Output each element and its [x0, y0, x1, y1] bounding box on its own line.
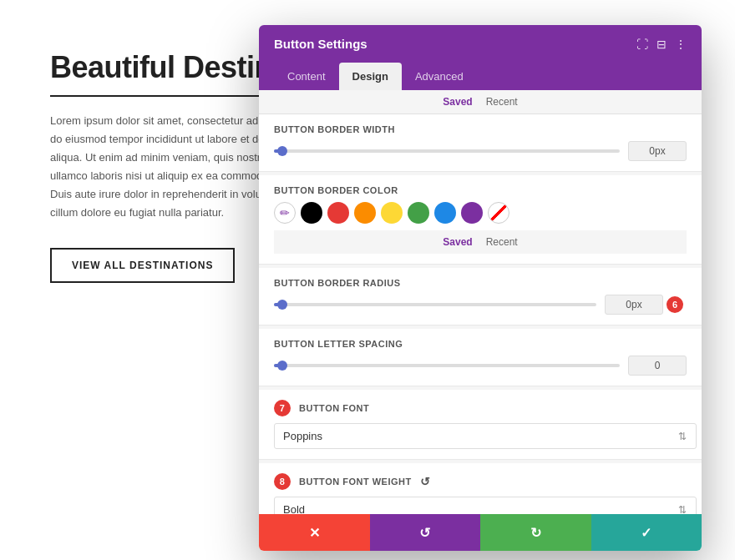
badge-8: 8: [274, 473, 291, 490]
saved-recent-bar: Saved Recent: [259, 90, 702, 114]
letter-spacing-value[interactable]: 0: [628, 356, 687, 376]
fullscreen-icon[interactable]: ⛶: [636, 38, 648, 51]
saved-tab[interactable]: Saved: [443, 96, 472, 108]
border-radius-label: Button Border Radius: [274, 278, 687, 288]
color-saved-recent: Saved Recent: [274, 230, 687, 254]
font-weight-label: 8 Button Font Weight ↺: [274, 473, 687, 490]
badge-6: 6: [667, 296, 683, 313]
letter-spacing-label: Button Letter Spacing: [274, 339, 687, 349]
letter-spacing-slider-row: 0: [274, 356, 687, 376]
redo-button[interactable]: ↻: [480, 514, 591, 551]
swatch-orange[interactable]: [354, 202, 376, 224]
border-width-track[interactable]: [274, 149, 620, 153]
font-weight-select-row: Bold Normal Light Semi-Bold ⇅: [274, 497, 687, 514]
border-radius-section: Button Border Radius 0px 6: [259, 268, 702, 325]
recent-tab[interactable]: Recent: [486, 96, 518, 108]
border-radius-thumb[interactable]: [277, 300, 287, 310]
modal-tabs: Content Design Advanced: [259, 63, 702, 90]
modal-header-icons: ⛶ ⊟ ⋮: [636, 38, 687, 51]
swatch-blue[interactable]: [434, 202, 456, 224]
font-select[interactable]: Poppins Roboto Open Sans: [274, 423, 697, 449]
swatch-purple[interactable]: [461, 202, 483, 224]
font-weight-section: 8 Button Font Weight ↺ Bold Normal Light…: [259, 463, 702, 514]
color-recent-tab[interactable]: Recent: [486, 236, 518, 248]
view-all-button[interactable]: VIEW ALL DESTINATIONS: [50, 248, 235, 283]
letter-spacing-section: Button Letter Spacing 0: [259, 329, 702, 386]
more-options-icon[interactable]: ⋮: [675, 38, 687, 51]
swatch-black[interactable]: [301, 202, 322, 224]
columns-icon[interactable]: ⊟: [656, 38, 667, 51]
color-swatches: ✏: [274, 202, 687, 224]
border-radius-slider-row: 0px 6: [274, 295, 687, 315]
border-width-label: Button Border Width: [274, 124, 687, 134]
save-button[interactable]: ✓: [591, 514, 702, 551]
page-divider: [50, 95, 284, 97]
button-settings-modal: Button Settings ⛶ ⊟ ⋮ Content Design Adv…: [259, 25, 702, 551]
tab-design[interactable]: Design: [339, 63, 402, 90]
color-saved-tab[interactable]: Saved: [443, 236, 472, 248]
border-radius-value[interactable]: 0px: [605, 295, 663, 315]
font-weight-reset-icon[interactable]: ↺: [420, 475, 431, 488]
cancel-button[interactable]: ✕: [259, 514, 370, 551]
swatch-red[interactable]: [327, 202, 349, 224]
font-section: 7 Button Font Poppins Roboto Open Sans ⇅: [259, 390, 702, 460]
border-color-section: Button Border Color ✏ Saved Recent: [259, 175, 702, 265]
letter-spacing-thumb[interactable]: [277, 361, 287, 371]
border-color-label: Button Border Color: [274, 185, 687, 195]
modal-title: Button Settings: [274, 37, 368, 51]
swatch-yellow[interactable]: [381, 202, 403, 224]
badge-7: 7: [274, 400, 291, 416]
modal-header: Button Settings ⛶ ⊟ ⋮: [259, 25, 702, 63]
letter-spacing-track[interactable]: [274, 364, 620, 367]
border-width-section: Button Border Width 0px: [259, 114, 702, 172]
reset-button[interactable]: ↺: [370, 514, 481, 551]
tab-advanced[interactable]: Advanced: [402, 63, 477, 90]
border-radius-track[interactable]: [274, 303, 596, 306]
font-label: 7 Button Font: [274, 400, 687, 416]
page-body: Lorem ipsum dolor sit amet, consectetur …: [50, 112, 284, 223]
border-width-slider-row: 0px: [274, 141, 687, 161]
modal-body: Saved Recent Button Border Width 0px But…: [259, 90, 702, 514]
color-picker-icon[interactable]: ✏: [274, 202, 296, 224]
swatch-green[interactable]: [408, 202, 429, 224]
border-width-thumb[interactable]: [277, 146, 287, 156]
tab-content[interactable]: Content: [274, 63, 339, 90]
font-weight-select[interactable]: Bold Normal Light Semi-Bold: [274, 497, 697, 514]
font-select-row: Poppins Roboto Open Sans ⇅: [274, 423, 687, 449]
border-width-value[interactable]: 0px: [628, 141, 687, 161]
modal-footer: ✕ ↺ ↻ ✓: [259, 514, 702, 551]
border-radius-value-row: 0px 6: [605, 295, 687, 315]
swatch-transparent[interactable]: [488, 202, 509, 224]
